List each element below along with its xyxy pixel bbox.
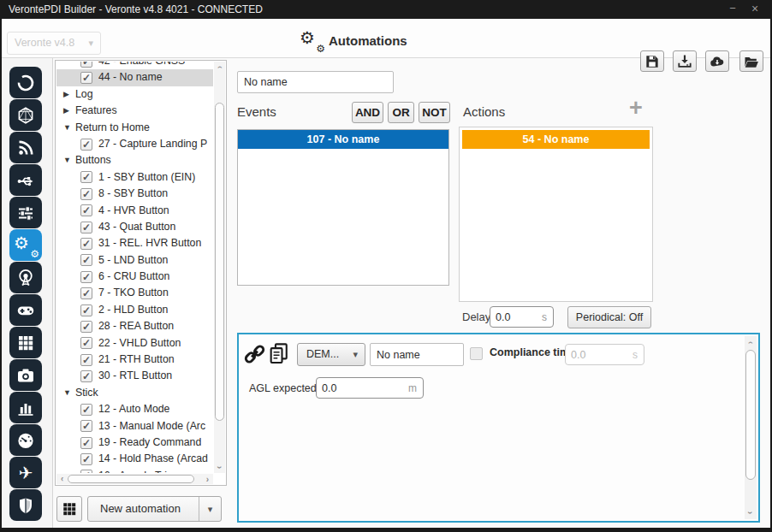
compliance-time-input[interactable] — [571, 345, 628, 364]
periodical-toggle-button[interactable]: Periodical: Off — [567, 306, 651, 328]
and-button[interactable]: AND — [352, 102, 383, 123]
scroll-down-icon[interactable]: › — [745, 507, 756, 518]
tree-row-checkbox[interactable]: ✓ — [80, 204, 92, 216]
tree-row-checkbox[interactable]: ✓ — [80, 287, 92, 299]
or-button[interactable]: OR — [388, 102, 414, 123]
tree-row[interactable]: ✓27 - Capture Landing P — [56, 136, 213, 152]
scrollbar-thumb[interactable] — [68, 475, 194, 483]
tree-scroll-area[interactable]: ✓42 - Enable GNSS✓44 - No name▶Log▶Featu… — [56, 62, 213, 473]
tree-row-checkbox[interactable]: ✓ — [80, 354, 92, 366]
sidebar-item-usb[interactable] — [9, 164, 42, 196]
sidebar-item-podcast[interactable] — [9, 262, 42, 293]
tree-row[interactable]: ✓8 - SBY Button — [56, 186, 213, 202]
tree-row-checkbox[interactable]: ✓ — [80, 420, 92, 432]
chevron-collapsed-icon[interactable]: ▶ — [63, 103, 75, 119]
tree-row[interactable]: ✓5 - LND Button — [56, 252, 213, 269]
tree-row-checkbox[interactable]: ✓ — [80, 62, 92, 68]
scroll-down-icon[interactable]: › — [214, 462, 225, 473]
tree-row[interactable]: ✓1 - SBY Button (EIN) — [56, 169, 213, 186]
tree-row-checkbox[interactable]: ✓ — [80, 188, 92, 200]
compliance-time-checkbox[interactable] — [470, 347, 483, 360]
tree-row-checkbox[interactable]: ✓ — [80, 171, 92, 183]
sidebar-item-grid[interactable] — [9, 327, 42, 358]
tree-row-checkbox[interactable]: ✓ — [80, 321, 92, 333]
tree-row[interactable]: ✓7 - TKO Button — [56, 285, 213, 301]
tree-row-checkbox[interactable]: ✓ — [80, 254, 92, 266]
tree-row[interactable]: ✓21 - RTH Button — [56, 352, 213, 368]
delay-input[interactable] — [496, 307, 537, 327]
add-action-button[interactable]: + — [629, 95, 643, 121]
tree-row[interactable]: ✓2 - HLD Button — [56, 302, 213, 318]
copy-button[interactable] — [267, 340, 291, 370]
tree-row[interactable]: ▼Stick — [56, 385, 213, 401]
scrollbar-thumb[interactable] — [215, 103, 224, 421]
tree-row[interactable]: ✓14 - Hold Phase (Arcad — [56, 451, 213, 467]
tree-row[interactable]: ✓42 - Enable GNSS — [56, 62, 213, 69]
event-item[interactable]: 107 - No name — [238, 130, 448, 149]
tree-row-checkbox[interactable]: ✓ — [80, 72, 92, 84]
tree-row-checkbox[interactable]: ✓ — [80, 304, 92, 316]
tree-row[interactable]: ✓28 - REA Button — [56, 318, 213, 334]
automation-name-input[interactable] — [237, 71, 394, 93]
tree-row[interactable]: ✓31 - REL. HVR Button — [56, 235, 213, 251]
import-button[interactable] — [673, 50, 697, 72]
tree-row[interactable]: ▼Buttons — [56, 152, 213, 168]
tree-row-checkbox[interactable]: ✓ — [80, 271, 92, 283]
tree-row[interactable]: ✓16 - Arcade Trim — [56, 468, 213, 473]
chevron-collapsed-icon[interactable]: ▶ — [63, 86, 75, 103]
editor-vertical-scrollbar[interactable]: › › — [745, 336, 757, 519]
device-selector[interactable]: Veronte v4.8 ▾ — [7, 32, 101, 55]
automation-grid-view-button[interactable] — [56, 496, 82, 522]
tree-row-checkbox[interactable]: ✓ — [80, 139, 92, 151]
sidebar-item-bar-chart[interactable] — [9, 392, 42, 423]
tree-row[interactable]: ✓6 - CRU Button — [56, 269, 213, 285]
chevron-expanded-icon[interactable]: ▼ — [63, 152, 75, 168]
sidebar-item-sliders[interactable] — [9, 197, 42, 228]
tree-row-checkbox[interactable]: ✓ — [80, 404, 92, 416]
sidebar-item-automations[interactable]: ⚙ ⚙ — [9, 229, 42, 261]
chevron-expanded-icon[interactable]: ▼ — [63, 385, 75, 401]
open-folder-button[interactable] — [739, 50, 763, 72]
scroll-up-icon[interactable]: › — [214, 62, 225, 73]
save-button[interactable] — [640, 50, 664, 72]
action-type-dropdown[interactable]: DEM... ▾ — [297, 343, 365, 366]
sidebar-item-flight[interactable]: ✈ — [9, 457, 42, 488]
chevron-expanded-icon[interactable]: ▼ — [63, 120, 75, 136]
tree-row[interactable]: ✓19 - Ready Command — [56, 434, 213, 451]
tree-row-checkbox[interactable]: ✓ — [80, 222, 92, 233]
tree-row[interactable]: ▼Return to Home — [56, 120, 213, 136]
not-button[interactable]: NOT — [419, 102, 450, 123]
tree-vertical-scrollbar[interactable]: › › — [214, 62, 225, 473]
sidebar-item-power-ring[interactable] — [9, 67, 42, 98]
tree-horizontal-scrollbar[interactable]: › › — [56, 474, 213, 484]
minimize-button[interactable]: − — [724, 0, 741, 19]
sidebar-item-camera[interactable] — [9, 359, 42, 391]
tree-row[interactable]: ▶Log — [56, 86, 213, 103]
scroll-up-icon[interactable]: › — [745, 337, 756, 348]
tree-row-checkbox[interactable]: ✓ — [80, 238, 92, 250]
scrollbar-thumb[interactable] — [745, 350, 756, 480]
tree-row[interactable]: ✓43 - Quat Button — [56, 219, 213, 235]
sidebar-item-mesh-network[interactable] — [9, 99, 42, 131]
scroll-right-icon[interactable]: › — [202, 474, 213, 485]
sidebar-item-gauge[interactable] — [9, 424, 42, 456]
agl-expected-input[interactable] — [322, 378, 407, 398]
tree-row-checkbox[interactable]: ✓ — [80, 437, 92, 449]
tree-row-checkbox[interactable]: ✓ — [80, 453, 92, 465]
tree-row-checkbox[interactable]: ✓ — [80, 470, 92, 473]
sidebar-item-shield[interactable] — [9, 489, 42, 521]
chevron-down-icon[interactable]: ▾ — [199, 497, 221, 521]
cloud-download-button[interactable] — [705, 50, 729, 72]
action-item[interactable]: 54 - No name — [462, 130, 650, 149]
tree-row[interactable]: ✓30 - RTL Button — [56, 368, 213, 384]
tree-row-checkbox[interactable]: ✓ — [80, 337, 92, 349]
close-button[interactable]: × — [746, 0, 763, 19]
tree-row[interactable]: ✓13 - Manual Mode (Arc — [56, 418, 213, 434]
scroll-left-icon[interactable]: › — [56, 474, 68, 485]
link-button[interactable] — [243, 341, 266, 370]
tree-row[interactable]: ✓12 - Auto Mode — [56, 401, 213, 417]
action-name-input[interactable] — [370, 343, 464, 366]
tree-row-checkbox[interactable]: ✓ — [80, 370, 92, 382]
tree-row[interactable]: ▶Features — [56, 103, 213, 119]
tree-row[interactable]: ✓22 - VHLD Button — [56, 335, 213, 352]
